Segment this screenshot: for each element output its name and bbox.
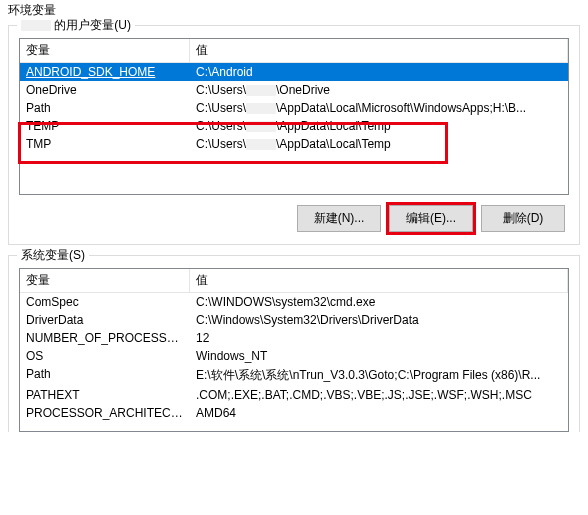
var-name-cell: PROCESSOR_ARCHITECT...: [20, 404, 190, 422]
var-name-cell: TMP: [20, 135, 190, 153]
var-name-cell: Path: [20, 99, 190, 117]
list-header: 变量 值: [20, 39, 568, 63]
system-vars-label: 系统变量(S): [17, 247, 89, 264]
var-value-cell: Windows_NT: [190, 347, 568, 365]
table-row[interactable]: PathE:\软件\系统\系统\nTrun_V3.0.3\Goto;C:\Pro…: [20, 365, 568, 386]
col-header-name[interactable]: 变量: [20, 39, 190, 62]
user-vars-list[interactable]: 变量 值 ANDROID_SDK_HOMEC:\AndroidOneDriveC…: [19, 38, 569, 195]
table-row[interactable]: DriverDataC:\Windows\System32\Drivers\Dr…: [20, 311, 568, 329]
table-row[interactable]: ANDROID_SDK_HOMEC:\Android: [20, 63, 568, 81]
redacted-text: [246, 85, 276, 96]
col-header-value[interactable]: 值: [190, 269, 568, 292]
new-button[interactable]: 新建(N)...: [297, 205, 381, 232]
col-header-name[interactable]: 变量: [20, 269, 190, 292]
table-row[interactable]: OSWindows_NT: [20, 347, 568, 365]
var-name-cell: OS: [20, 347, 190, 365]
var-value-cell: AMD64: [190, 404, 568, 422]
col-header-value[interactable]: 值: [190, 39, 568, 62]
var-name-cell: DriverData: [20, 311, 190, 329]
var-value-cell: C:\Users\\AppData\Local\Temp: [190, 117, 568, 135]
var-value-cell: 12: [190, 329, 568, 347]
table-row[interactable]: TEMPC:\Users\\AppData\Local\Temp: [20, 117, 568, 135]
var-value-cell: E:\软件\系统\系统\nTrun_V3.0.3\Goto;C:\Program…: [190, 365, 568, 386]
var-value-cell: C:\Windows\System32\Drivers\DriverData: [190, 311, 568, 329]
var-name-cell: ANDROID_SDK_HOME: [20, 63, 190, 81]
table-row[interactable]: PATHEXT.COM;.EXE;.BAT;.CMD;.VBS;.VBE;.JS…: [20, 386, 568, 404]
var-name-cell: TEMP: [20, 117, 190, 135]
var-name-cell: OneDrive: [20, 81, 190, 99]
var-name-cell: PATHEXT: [20, 386, 190, 404]
table-row[interactable]: OneDriveC:\Users\\OneDrive: [20, 81, 568, 99]
redacted-text: [246, 139, 276, 150]
var-value-cell: C:\WINDOWS\system32\cmd.exe: [190, 293, 568, 311]
var-value-cell: C:\Users\\AppData\Local\Temp: [190, 135, 568, 153]
redacted-text: [246, 103, 276, 114]
user-vars-group: 的用户变量(U) 变量 值 ANDROID_SDK_HOMEC:\Android…: [8, 25, 580, 245]
table-row[interactable]: PathC:\Users\\AppData\Local\Microsoft\Wi…: [20, 99, 568, 117]
table-row[interactable]: ComSpecC:\WINDOWS\system32\cmd.exe: [20, 293, 568, 311]
var-name-cell: Path: [20, 365, 190, 386]
user-vars-label: 的用户变量(U): [17, 17, 135, 34]
var-name-cell: NUMBER_OF_PROCESSORS: [20, 329, 190, 347]
table-row[interactable]: PROCESSOR_ARCHITECT...AMD64: [20, 404, 568, 422]
var-name-cell: ComSpec: [20, 293, 190, 311]
edit-button[interactable]: 编辑(E)...: [389, 205, 473, 232]
table-row[interactable]: NUMBER_OF_PROCESSORS12: [20, 329, 568, 347]
var-value-cell: C:\Users\\AppData\Local\Microsoft\Window…: [190, 99, 568, 117]
var-value-cell: C:\Android: [190, 63, 568, 81]
system-vars-list[interactable]: 变量 值 ComSpecC:\WINDOWS\system32\cmd.exeD…: [19, 268, 569, 432]
table-row[interactable]: TMPC:\Users\\AppData\Local\Temp: [20, 135, 568, 153]
delete-button[interactable]: 删除(D): [481, 205, 565, 232]
redacted-text: [246, 121, 276, 132]
system-vars-group: 系统变量(S) 变量 值 ComSpecC:\WINDOWS\system32\…: [8, 255, 580, 432]
list-header: 变量 值: [20, 269, 568, 293]
user-button-row: 新建(N)... 编辑(E)... 删除(D): [19, 195, 569, 234]
var-value-cell: .COM;.EXE;.BAT;.CMD;.VBS;.VBE;.JS;.JSE;.…: [190, 386, 568, 404]
var-value-cell: C:\Users\\OneDrive: [190, 81, 568, 99]
